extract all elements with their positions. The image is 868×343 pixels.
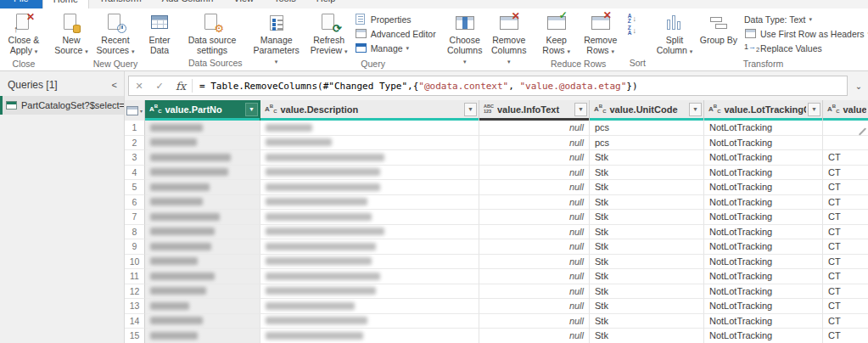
cell-value-infotext[interactable]: null	[479, 314, 590, 329]
cell-value-infotext[interactable]: null	[479, 166, 590, 181]
cell-value-unitcode[interactable]: Stk	[590, 166, 704, 181]
cell-value-p[interactable]: CT	[823, 225, 868, 240]
tab-add-column[interactable]: Add Column	[152, 0, 224, 8]
cell-value-description[interactable]	[260, 255, 479, 270]
remove-columns-button[interactable]: ✕ Remove Columns ▾	[487, 9, 531, 68]
tab-tools[interactable]: Tools	[264, 0, 306, 8]
cell-value-description[interactable]	[260, 329, 479, 343]
cell-value-partno[interactable]	[145, 299, 260, 314]
cell-value-partno[interactable]	[145, 166, 260, 181]
cell-value-description[interactable]	[260, 284, 479, 300]
column-header-value-p-clipped[interactable]: ABC value.P	[823, 100, 868, 121]
column-header-value-lottrackingcode[interactable]: ABC value.LotTrackingCode ▼	[704, 100, 823, 121]
row-number[interactable]: 6	[125, 195, 145, 211]
split-column-button[interactable]: Split Column ▾	[652, 9, 697, 58]
new-source-button[interactable]: New Source ▾	[49, 9, 93, 58]
cell-value-partno[interactable]	[145, 210, 260, 225]
cell-value-infotext[interactable]: null	[479, 284, 590, 300]
column-header-value-infotext[interactable]: ABC123 value.InfoText ▼	[479, 100, 590, 121]
remove-rows-button[interactable]: ✕ Remove Rows ▾	[579, 9, 623, 58]
column-header-value-unitcode[interactable]: ABC value.UnitCode ▼	[590, 100, 704, 121]
cell-value-infotext[interactable]: null	[479, 299, 590, 314]
row-number[interactable]: 3	[125, 150, 145, 166]
cell-value-description[interactable]	[260, 225, 479, 240]
cell-value-partno[interactable]	[145, 314, 260, 329]
cell-value-lottrackingcode[interactable]: NotLotTracking	[704, 284, 823, 300]
cell-value-description[interactable]	[260, 166, 479, 181]
cell-value-description[interactable]	[260, 150, 479, 166]
cell-value-lottrackingcode[interactable]: NotLotTracking	[704, 225, 823, 240]
cell-value-unitcode[interactable]: Stk	[590, 299, 704, 314]
group-by-button[interactable]: Group By	[697, 9, 741, 46]
tab-view[interactable]: View	[223, 0, 264, 8]
cancel-formula-icon[interactable]: ✕	[129, 81, 149, 92]
cell-value-infotext[interactable]: null	[479, 121, 590, 136]
filter-dropdown-icon[interactable]: ▼	[245, 103, 258, 116]
cell-value-infotext[interactable]: null	[479, 180, 590, 195]
cell-value-lottrackingcode[interactable]: NotLotTracking	[704, 299, 823, 314]
row-number[interactable]: 9	[125, 239, 145, 255]
data-source-settings-button[interactable]: ⚙ Data source settings	[185, 9, 239, 56]
cell-value-description[interactable]	[260, 210, 479, 225]
cell-value-p[interactable]: CT	[823, 255, 868, 270]
cell-value-infotext[interactable]: null	[479, 239, 590, 255]
cell-value-p[interactable]: CT	[823, 195, 868, 211]
cell-value-infotext[interactable]: null	[479, 269, 590, 284]
expand-formula-bar-icon[interactable]: ⌄	[851, 82, 866, 91]
cell-value-unitcode[interactable]: Stk	[590, 314, 704, 329]
cell-value-unitcode[interactable]: Stk	[590, 210, 704, 225]
cell-value-lottrackingcode[interactable]: NotLotTracking	[704, 150, 823, 166]
cell-value-description[interactable]	[260, 136, 479, 151]
cell-value-unitcode[interactable]: Stk	[590, 269, 704, 284]
cell-value-unitcode[interactable]: Stk	[590, 195, 704, 211]
row-number[interactable]: 1	[125, 121, 145, 136]
cell-value-lottrackingcode[interactable]: NotLotTracking	[704, 269, 823, 284]
cell-value-p[interactable]: CT	[823, 284, 868, 300]
cell-value-partno[interactable]	[145, 284, 260, 300]
column-header-value-description[interactable]: ABC value.Description ▼	[260, 100, 479, 121]
cell-value-unitcode[interactable]: Stk	[590, 180, 704, 195]
cell-value-description[interactable]	[260, 269, 479, 284]
enter-data-button[interactable]: Enter Data	[137, 9, 182, 56]
cell-value-description[interactable]	[260, 121, 479, 136]
tab-file[interactable]: File	[0, 0, 42, 8]
cell-value-partno[interactable]	[145, 225, 260, 240]
cell-value-lottrackingcode[interactable]: NotLotTracking	[704, 121, 823, 136]
sort-descending-button[interactable]: ZA↓	[626, 25, 638, 37]
tab-transform[interactable]: Transform	[89, 0, 152, 8]
cell-value-infotext[interactable]: null	[479, 225, 590, 240]
cell-value-unitcode[interactable]: pcs	[590, 136, 704, 151]
refresh-preview-button[interactable]: ⟳ Refresh Preview ▾	[307, 9, 351, 58]
cell-value-partno[interactable]	[145, 239, 260, 255]
cell-value-infotext[interactable]: null	[479, 210, 590, 225]
cell-value-unitcode[interactable]: Stk	[590, 329, 704, 343]
row-number[interactable]: 2	[125, 136, 145, 151]
cell-value-unitcode[interactable]: Stk	[590, 255, 704, 270]
query-list-item[interactable]: PartCatalogSet?$select=...	[0, 96, 124, 115]
cell-value-partno[interactable]	[145, 269, 260, 284]
cell-value-partno[interactable]	[145, 255, 260, 270]
cell-value-lottrackingcode[interactable]: NotLotTracking	[704, 166, 823, 181]
cell-value-partno[interactable]	[145, 195, 260, 211]
cell-value-p[interactable]: CT	[823, 180, 868, 195]
cell-value-p[interactable]: CT	[823, 239, 868, 255]
column-header-value-partno[interactable]: ABC value.PartNo ▼	[145, 100, 260, 121]
cell-value-lottrackingcode[interactable]: NotLotTracking	[704, 210, 823, 225]
cell-value-infotext[interactable]: null	[479, 150, 590, 166]
use-first-row-as-headers-button[interactable]: Use First Row as Headers ▾	[741, 26, 868, 41]
tab-help[interactable]: Help	[306, 0, 346, 8]
cell-value-lottrackingcode[interactable]: NotLotTracking	[704, 329, 823, 343]
keep-rows-button[interactable]: ✓ Keep Rows ▾	[535, 9, 579, 58]
row-number[interactable]: 8	[125, 225, 145, 240]
tab-home[interactable]: Home	[42, 0, 89, 8]
cell-value-lottrackingcode[interactable]: NotLotTracking	[704, 255, 823, 270]
cell-value-infotext[interactable]: null	[479, 329, 590, 343]
close-apply-button[interactable]: ✕ ↑ Close & Apply ▾	[2, 9, 46, 58]
cell-value-lottrackingcode[interactable]: NotLotTracking	[704, 195, 823, 211]
cell-value-p[interactable]: CT	[823, 329, 868, 343]
cell-value-unitcode[interactable]: Stk	[590, 225, 704, 240]
commit-formula-icon[interactable]: ✓	[149, 81, 170, 92]
row-number[interactable]: 4	[125, 166, 145, 181]
cell-value-partno[interactable]	[145, 329, 260, 343]
row-number[interactable]: 11	[125, 269, 145, 284]
